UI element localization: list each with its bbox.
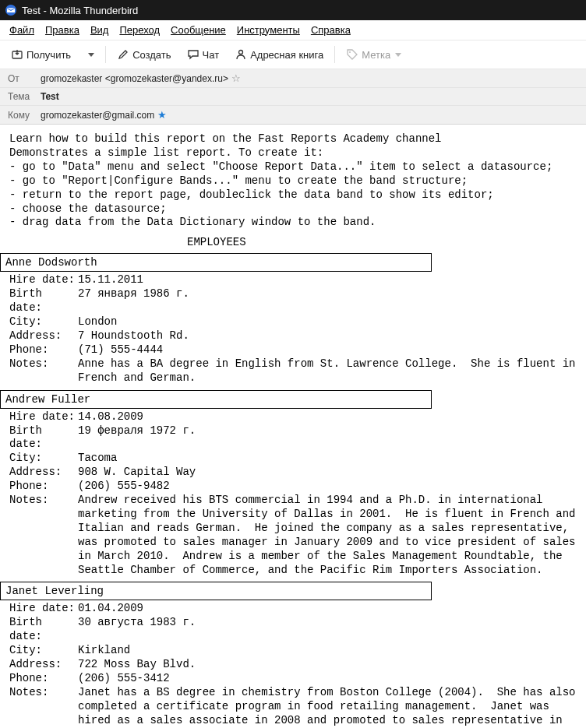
field-value-address: 7 Houndstooth Rd.: [78, 329, 577, 343]
field-value-notes: Janet has a BS degree in chemistry from …: [78, 686, 577, 728]
employee-record: Hire date:01.04.2009Birth date:30 август…: [0, 602, 586, 728]
to-label: Кому: [8, 110, 41, 121]
field-label-notes: Notes:: [9, 357, 78, 385]
field-label-phone: Phone:: [9, 672, 78, 686]
addressbook-label: Адресная книга: [250, 49, 323, 61]
field-value-address: 722 Moss Bay Blvd.: [78, 658, 577, 672]
toolbar: Получить Создать Чат Адресная книга Метк…: [0, 40, 586, 69]
get-messages-label: Получить: [26, 49, 71, 61]
tag-label: Метка: [362, 49, 390, 61]
menu-file[interactable]: Файл: [5, 23, 39, 37]
field-label-hire: Hire date:: [9, 410, 78, 424]
addressbook-button[interactable]: Адресная книга: [228, 45, 330, 64]
menu-help[interactable]: Справка: [306, 23, 355, 37]
field-label-phone: Phone:: [9, 343, 78, 357]
get-messages-button[interactable]: Получить: [5, 45, 77, 64]
message-header-pane: От gromozekaster <gromozekaster@yandex.r…: [0, 69, 586, 125]
field-value-hire: 14.08.2009: [78, 410, 577, 424]
get-messages-dropdown[interactable]: [80, 50, 101, 60]
subject-label: Тема: [8, 91, 41, 102]
field-value-city: Tacoma: [78, 452, 577, 466]
window-title: Test - Mozilla Thunderbird: [22, 5, 138, 16]
tag-icon: [346, 48, 358, 61]
field-value-address: 908 W. Capital Way: [78, 466, 577, 480]
app-icon: [5, 4, 17, 16]
to-value[interactable]: gromozekaster@gmail.com: [41, 110, 154, 121]
field-value-birth: 19 февраля 1972 г.: [78, 424, 577, 452]
field-value-phone: (206) 555-9482: [78, 480, 577, 494]
field-value-hire: 01.04.2009: [78, 602, 577, 616]
field-label-address: Address:: [9, 658, 78, 672]
chat-button[interactable]: Чат: [181, 45, 226, 64]
star-icon[interactable]: ★: [157, 109, 167, 121]
field-label-birth: Birth date:: [9, 287, 78, 315]
chat-icon: [187, 48, 199, 61]
write-button[interactable]: Создать: [111, 45, 177, 64]
field-value-notes: Anne has a BA degree in English from St.…: [78, 357, 577, 385]
toolbar-separator: [334, 46, 335, 63]
svg-point-3: [349, 51, 351, 53]
field-value-birth: 30 августа 1983 г.: [78, 616, 577, 644]
field-label-notes: Notes:: [9, 494, 78, 577]
pencil-icon: [117, 48, 129, 61]
field-value-notes: Andrew received his BTS commercial in 19…: [78, 494, 577, 577]
field-label-hire: Hire date:: [9, 273, 78, 287]
field-label-birth: Birth date:: [9, 424, 78, 452]
chat-label: Чат: [203, 49, 220, 61]
field-value-city: Kirkland: [78, 644, 577, 658]
field-value-birth: 27 января 1986 г.: [78, 287, 577, 315]
field-label-hire: Hire date:: [9, 602, 78, 616]
subject-value: Test: [41, 91, 59, 102]
field-label-city: City:: [9, 452, 78, 466]
write-label: Создать: [132, 49, 171, 61]
menu-message[interactable]: Сообщение: [166, 23, 231, 37]
field-label-city: City:: [9, 315, 78, 329]
intro-text: Learn how to build this report on the Fa…: [0, 125, 586, 233]
employee-name-box: Andrew Fuller: [0, 390, 432, 409]
field-label-address: Address:: [9, 466, 78, 480]
field-value-hire: 15.11.2011: [78, 273, 577, 287]
employee-name-box: Anne Dodsworth: [0, 253, 432, 272]
field-label-address: Address:: [9, 329, 78, 343]
menu-go[interactable]: Переход: [115, 23, 164, 37]
svg-point-2: [239, 51, 243, 55]
field-value-city: London: [78, 315, 577, 329]
person-icon: [235, 48, 247, 61]
menu-edit[interactable]: Правка: [41, 23, 84, 37]
window-titlebar: Test - Mozilla Thunderbird: [0, 0, 586, 20]
menu-tools[interactable]: Инструменты: [232, 23, 305, 37]
field-label-birth: Birth date:: [9, 616, 78, 644]
toolbar-separator: [105, 46, 106, 63]
from-label: От: [8, 73, 41, 84]
report-title: EMPLOYEES: [0, 236, 586, 248]
field-label-phone: Phone:: [9, 480, 78, 494]
field-label-notes: Notes:: [9, 686, 78, 728]
menu-view[interactable]: Вид: [86, 23, 114, 37]
download-icon: [11, 48, 23, 61]
employee-name-box: Janet Leverling: [0, 582, 432, 600]
employee-record: Hire date:15.11.2011Birth date:27 января…: [0, 273, 586, 385]
tag-button[interactable]: Метка: [340, 45, 408, 64]
chevron-down-icon: [395, 53, 401, 57]
field-value-phone: (206) 555-3412: [78, 672, 577, 686]
from-value[interactable]: gromozekaster <gromozekaster@yandex.ru>: [41, 73, 228, 84]
field-value-phone: (71) 555-4444: [78, 343, 577, 357]
star-icon[interactable]: ☆: [231, 72, 241, 84]
employee-record: Hire date:14.08.2009Birth date:19 феврал…: [0, 410, 586, 578]
menubar: Файл Правка Вид Переход Сообщение Инстру…: [0, 20, 586, 40]
field-label-city: City:: [9, 644, 78, 658]
